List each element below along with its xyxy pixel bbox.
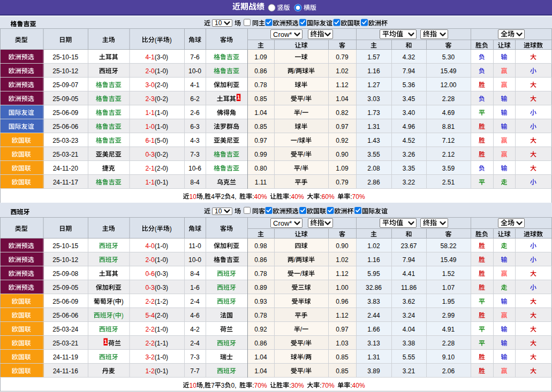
svg-text:0.90: 0.90 [336,151,349,158]
svg-text:7-3: 7-3 [190,353,200,361]
svg-text:25-09-05: 25-09-05 [52,95,78,103]
svg-text:4-6: 4-6 [190,312,200,319]
svg-text:0.80: 0.80 [254,165,267,172]
svg-text:0.99: 0.99 [254,151,267,158]
svg-text:,: , [203,193,205,201]
svg-text:2: 2 [221,193,225,201]
svg-text:0.97: 0.97 [254,137,267,144]
svg-text:25-06-06: 25-06-06 [52,312,78,319]
svg-text:1: 1 [237,94,240,101]
svg-text:1.43: 1.43 [367,137,380,144]
svg-text:1.16: 1.16 [367,67,380,75]
svg-text:2-3(0-2): 2-3(0-2) [145,95,168,103]
svg-text:25-06-09: 25-06-09 [52,298,78,305]
svg-text:32.86: 32.86 [366,284,382,291]
svg-text:2-6: 2-6 [190,109,200,117]
svg-text:1-1(0-1): 1-1(0-1) [145,179,168,186]
svg-text:15.49: 15.49 [440,67,456,75]
svg-text:0.97: 0.97 [336,326,349,333]
svg-text:/: / [304,353,306,361]
svg-text:0.85: 0.85 [336,367,349,375]
svg-text:1.07: 1.07 [442,284,455,291]
svg-text:,: , [203,382,205,389]
svg-text:15.49: 15.49 [440,256,456,264]
svg-text:(: ( [113,298,115,305]
svg-text:11-0: 11-0 [188,242,201,250]
svg-text:3.22: 3.22 [403,179,415,186]
svg-text:3.40: 3.40 [403,109,415,117]
svg-text:/: / [300,270,303,278]
svg-text:3.26: 3.26 [403,151,415,158]
svg-text:2.06: 2.06 [442,367,455,375]
svg-text:25-09-05: 25-09-05 [52,284,78,291]
svg-text:1.02: 1.02 [336,256,349,264]
svg-text:4-1: 4-1 [190,81,200,89]
svg-text:0.93: 0.93 [254,298,267,305]
svg-text:1.31: 1.31 [367,353,380,361]
svg-text:23.67: 23.67 [400,242,417,250]
svg-text:3.38: 3.38 [403,340,415,347]
svg-text:5.55: 5.55 [403,353,415,361]
svg-text:0.78: 0.78 [254,81,267,89]
svg-text:4: 4 [211,193,215,201]
svg-text:0.86: 0.86 [254,340,267,347]
svg-text:3-2(1-0): 3-2(1-0) [145,353,168,361]
svg-text:30%: 30% [291,382,304,389]
svg-text:2.28: 2.28 [442,340,455,347]
svg-text:4-0(1-0): 4-0(1-0) [145,242,168,250]
svg-text:7: 7 [211,382,215,389]
svg-text:/: / [300,165,303,172]
svg-text:1.66: 1.66 [367,326,380,333]
svg-text:1-6: 1-6 [190,284,200,291]
svg-text:0-3(0-3): 0-3(0-3) [145,284,168,291]
svg-text:3-0(2-0): 3-0(2-0) [145,81,168,89]
svg-text:3.45: 3.45 [403,95,415,103]
svg-text:10-0: 10-0 [188,67,201,75]
svg-text:8-4: 8-4 [190,270,200,278]
svg-text:2.99: 2.99 [442,312,455,319]
svg-text:1.12: 1.12 [336,81,349,89]
svg-text:40%: 40% [291,193,304,201]
svg-text:0.86: 0.86 [254,67,267,75]
svg-text:1.04: 1.04 [254,353,267,361]
svg-text:25-10-12: 25-10-12 [52,67,78,75]
svg-text:25-03-21: 25-03-21 [52,340,78,347]
svg-text:7.12: 7.12 [442,137,455,144]
svg-text:6-2: 6-2 [190,95,200,103]
svg-text:0.90: 0.90 [336,242,349,250]
svg-text:4.04: 4.04 [403,326,415,333]
svg-text:): ) [122,312,124,319]
svg-text:4.91: 4.91 [442,326,455,333]
svg-text:0.78: 0.78 [254,270,267,278]
svg-text:/: / [300,109,303,117]
svg-text:3.89: 3.89 [367,367,380,375]
svg-text:25-10-12: 25-10-12 [52,256,78,264]
svg-text:4-1(3-0): 4-1(3-0) [145,53,168,61]
svg-text:3: 3 [221,382,225,389]
svg-text:4.96: 4.96 [403,123,415,130]
svg-text:/: / [304,95,306,103]
svg-text:/: / [294,256,296,264]
svg-text:3.03: 3.03 [367,95,380,103]
svg-text:1.12: 1.12 [336,312,349,319]
svg-text:2-4: 2-4 [190,340,200,347]
svg-text:0.78: 0.78 [254,312,267,319]
svg-text:10: 10 [215,207,222,215]
svg-text:): ) [170,36,172,44]
svg-text:4.32: 4.32 [403,53,415,61]
svg-text:25-09-08: 25-09-08 [52,270,78,278]
svg-text:): ) [122,298,124,305]
svg-text:3.55: 3.55 [367,151,380,158]
svg-text:1.73: 1.73 [367,109,380,117]
svg-text:8-4: 8-4 [190,179,200,186]
svg-text:1.04: 1.04 [254,109,267,117]
svg-text:4.69: 4.69 [442,109,455,117]
svg-text:0.89: 0.89 [254,284,267,291]
svg-text:0.85: 0.85 [254,123,267,130]
svg-text:/: / [304,151,306,158]
svg-text:4.41: 4.41 [403,270,415,278]
svg-text:10: 10 [190,382,197,389]
svg-text:0.98: 0.98 [254,242,267,250]
svg-text:1.03: 1.03 [336,340,349,347]
svg-text:(: ( [155,36,157,44]
